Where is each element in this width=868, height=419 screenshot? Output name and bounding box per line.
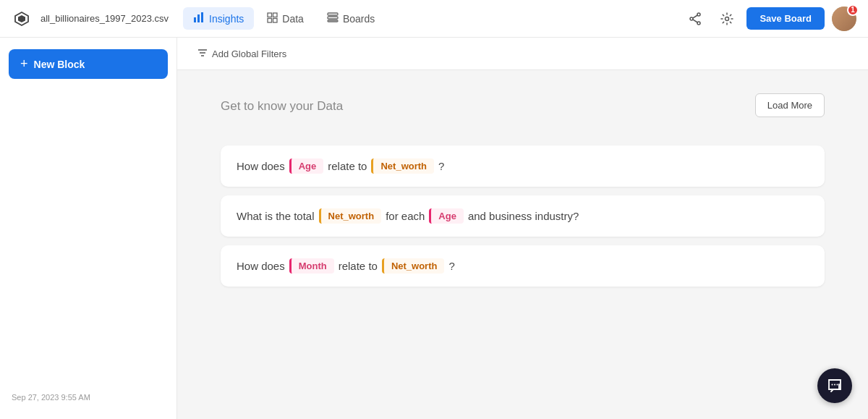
- section-title: Get to know your Data: [221, 99, 343, 114]
- card3-text-1: How does: [237, 260, 285, 272]
- header-actions: Save Board 1: [683, 7, 856, 31]
- share-button[interactable]: [683, 7, 707, 31]
- add-global-filters-button[interactable]: Add Global Filters: [192, 45, 292, 62]
- svg-rect-1: [197, 14, 200, 22]
- insight-card-3[interactable]: How does Month relate to Net_worth ?: [221, 245, 825, 287]
- section-header: Get to know your Data Load More: [221, 99, 825, 131]
- chat-bubble-button[interactable]: [817, 368, 852, 403]
- svg-point-21: [837, 384, 838, 386]
- card2-tag-age: Age: [429, 208, 464, 224]
- card2-text-1: What is the total: [237, 210, 315, 222]
- boards-icon: [327, 12, 339, 25]
- svg-rect-5: [268, 18, 272, 22]
- insight-card-2[interactable]: What is the total Net_worth for each Age…: [221, 195, 825, 237]
- user-avatar-wrap[interactable]: 1: [832, 7, 856, 31]
- svg-point-15: [726, 17, 729, 20]
- svg-line-13: [693, 15, 697, 18]
- svg-rect-9: [328, 20, 338, 22]
- filter-icon: [197, 48, 208, 59]
- card3-text-3: ?: [448, 260, 454, 272]
- card3-text-2: relate to: [339, 260, 378, 272]
- filename-label: all_billionaires_1997_2023.csv: [41, 13, 169, 24]
- svg-rect-6: [273, 18, 278, 22]
- main-nav: Insights Data Boards: [183, 7, 677, 30]
- sidebar-timestamp: Sep 27, 2023 9:55 AM: [9, 387, 168, 407]
- card2-text-3: and business industry?: [468, 210, 579, 222]
- insights-area: Get to know your Data Load More How does…: [177, 70, 868, 419]
- svg-point-10: [697, 13, 700, 16]
- filter-bar: Add Global Filters: [177, 38, 868, 70]
- card2-tag-networth: Net_worth: [319, 208, 382, 224]
- card3-tag-networth: Net_worth: [382, 258, 445, 274]
- header: all_billionaires_1997_2023.csv Insights: [0, 0, 868, 38]
- svg-point-12: [697, 22, 700, 25]
- plus-icon: +: [20, 56, 28, 72]
- card2-text-2: for each: [386, 210, 425, 222]
- svg-rect-8: [328, 17, 338, 19]
- body-layout: + New Block Sep 27, 2023 9:55 AM Add Glo…: [0, 38, 868, 419]
- svg-rect-0: [194, 17, 196, 22]
- card1-text-2: relate to: [328, 160, 367, 172]
- svg-rect-4: [273, 13, 278, 17]
- svg-rect-2: [201, 12, 203, 22]
- data-icon: [267, 12, 278, 25]
- tab-data[interactable]: Data: [257, 8, 314, 30]
- tab-boards[interactable]: Boards: [317, 8, 385, 29]
- svg-rect-7: [328, 13, 338, 15]
- card1-tag-age: Age: [289, 158, 324, 174]
- notification-badge: 1: [847, 4, 859, 16]
- card1-text-1: How does: [237, 160, 285, 172]
- app-logo: [12, 9, 32, 29]
- tab-insights[interactable]: Insights: [183, 7, 254, 30]
- svg-rect-3: [268, 13, 272, 17]
- insights-icon: [193, 12, 205, 25]
- svg-point-11: [690, 17, 693, 20]
- settings-button[interactable]: [715, 7, 739, 31]
- new-block-button[interactable]: + New Block: [9, 49, 168, 79]
- card3-tag-month: Month: [289, 258, 334, 274]
- svg-point-20: [834, 384, 835, 386]
- sidebar: + New Block Sep 27, 2023 9:55 AM: [0, 38, 177, 419]
- svg-point-19: [832, 384, 833, 386]
- svg-line-14: [693, 19, 697, 22]
- main-content: Add Global Filters Get to know your Data…: [177, 38, 868, 419]
- card1-text-3: ?: [438, 160, 444, 172]
- save-board-button[interactable]: Save Board: [746, 7, 825, 30]
- card1-tag-networth: Net_worth: [371, 158, 434, 174]
- load-more-button[interactable]: Load More: [755, 93, 825, 117]
- insight-card-1[interactable]: How does Age relate to Net_worth ?: [221, 145, 825, 187]
